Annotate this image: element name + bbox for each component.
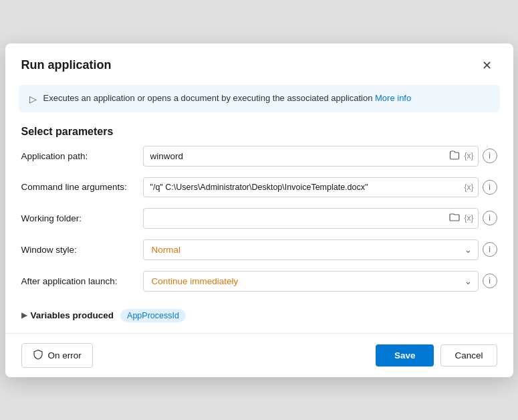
window-style-info-icon[interactable]: i (483, 242, 497, 257)
variables-label: Variables produced (31, 310, 114, 320)
command-line-args-input-wrapper: {x} (143, 177, 479, 197)
on-error-label: On error (48, 350, 82, 360)
run-application-dialog: Run application ✕ ▷ Executes an applicat… (5, 43, 513, 377)
play-icon: ▷ (29, 94, 37, 104)
save-button[interactable]: Save (376, 344, 434, 366)
cancel-button[interactable]: Cancel (440, 344, 497, 366)
form-body: Application path: {x} i (5, 146, 513, 292)
working-folder-icon-group: {x} (447, 211, 477, 225)
after-launch-select-wrapper: Continue immediately Wait for applicatio… (143, 271, 479, 292)
variables-toggle-button[interactable]: ▶ Variables produced (21, 310, 114, 320)
working-folder-info-icon[interactable]: i (483, 211, 497, 225)
footer-right: Save Cancel (376, 344, 497, 366)
info-banner: ▷ Executes an application or opens a doc… (19, 85, 500, 112)
command-line-args-info-icon[interactable]: i (483, 180, 497, 195)
application-path-icon-group: {x} (447, 148, 477, 164)
variable-icon: {x} (464, 151, 473, 161)
window-style-row: Window style: Normal Maximized Minimized… (21, 239, 497, 260)
chevron-right-icon: ▶ (21, 311, 27, 320)
close-button[interactable]: ✕ (477, 56, 497, 76)
app-process-id-badge: AppProcessId (120, 309, 186, 322)
after-launch-label: After application launch: (21, 276, 135, 286)
window-style-input-group: Normal Maximized Minimized Hidden ⌄ i (143, 239, 497, 260)
working-folder-input-wrapper: {x} (143, 208, 479, 229)
after-launch-info-icon[interactable]: i (483, 274, 497, 288)
section-title: Select parameters (5, 112, 513, 146)
banner-text: Executes an application or opens a docum… (43, 93, 412, 103)
command-line-args-row: Command line arguments: {x} i (21, 177, 497, 197)
more-info-link[interactable]: More info (375, 93, 411, 103)
variable-icon-cmd: {x} (464, 183, 473, 192)
file-browse-icon[interactable] (447, 148, 462, 164)
application-path-row: Application path: {x} i (21, 146, 497, 167)
application-path-info-icon[interactable]: i (483, 148, 497, 163)
working-folder-label: Working folder: (21, 213, 135, 223)
command-line-args-label: Command line arguments: (21, 182, 135, 192)
application-path-input[interactable] (144, 146, 448, 166)
after-launch-row: After application launch: Continue immed… (21, 271, 497, 292)
working-folder-input-group: {x} i (143, 208, 497, 229)
dialog-footer: On error Save Cancel (5, 333, 513, 377)
command-line-args-input-group: {x} i (143, 177, 497, 197)
variable-icon-folder: {x} (464, 213, 473, 223)
application-path-label: Application path: (21, 151, 135, 161)
working-folder-input[interactable] (144, 209, 448, 228)
dialog-header: Run application ✕ (5, 43, 513, 85)
working-folder-row: Working folder: {x} i (21, 208, 497, 229)
shield-icon (33, 349, 43, 362)
after-launch-input-group: Continue immediately Wait for applicatio… (143, 271, 497, 292)
dialog-title: Run application (21, 58, 112, 72)
variables-row: ▶ Variables produced AppProcessId (5, 302, 513, 333)
on-error-button[interactable]: On error (21, 343, 93, 368)
command-line-args-input[interactable] (144, 178, 465, 197)
folder-browse-icon[interactable] (447, 211, 462, 225)
window-style-label: Window style: (21, 245, 135, 255)
window-style-select[interactable]: Normal Maximized Minimized Hidden (143, 239, 479, 260)
window-style-select-wrapper: Normal Maximized Minimized Hidden ⌄ (143, 239, 479, 260)
application-path-input-wrapper: {x} (143, 146, 479, 167)
after-launch-select[interactable]: Continue immediately Wait for applicatio… (143, 271, 479, 292)
command-line-args-icon-group: {x} (464, 183, 477, 192)
application-path-input-group: {x} i (143, 146, 497, 167)
